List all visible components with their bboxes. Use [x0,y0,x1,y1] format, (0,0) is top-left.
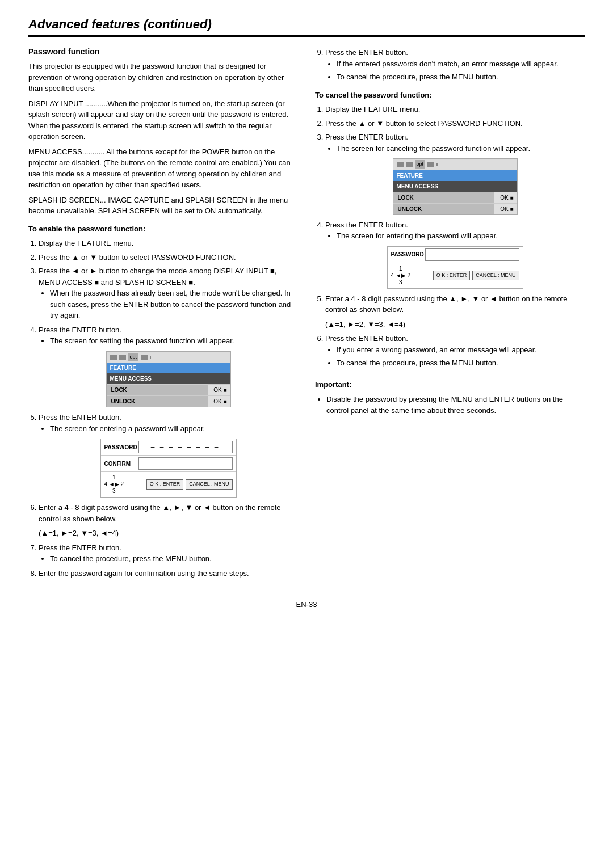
screen2-password-label: PASSWORD [104,443,138,452]
list-item: The screen for entering a password will … [50,423,298,435]
screen3-feature-label: FEATURE [393,170,517,181]
important-section: Important: [315,379,585,390]
list-item: Press the ENTER button. If the entered p… [325,47,585,83]
list-item: Press the ENTER button. The screen for e… [39,412,298,498]
list-item: Press the ▲ or ▼ button to select PASSWO… [325,118,585,129]
screen-icon [119,355,126,360]
screen4-password-row: PASSWORD – – – – – – – – [388,247,523,263]
list-item: Press the ENTER button. The screen for e… [325,220,585,289]
formula2: (▲=1, ►=2, ▼=3, ◄=4) [325,319,585,330]
intro-p4: SPLASH ID SCREEN... IMAGE CAPTURE and SP… [28,195,298,217]
screen-icon-i: i [150,353,151,361]
screen3-box: opt i FEATURE MENU ACCESS LOCK OK ■ UNLO… [393,158,518,215]
screen2-buttons: O K : ENTER CANCEL : MENU [146,479,233,490]
screen1-header: opt i [107,352,230,363]
screen-icon-i: i [436,161,438,168]
list-item: Enter a 4 - 8 digit password using the ▲… [325,293,585,330]
cancel-steps-list: Display the FEATURE menu. Press the ▲ or… [325,104,585,369]
screen4-buttons: O K : ENTER CANCEL : MENU [433,271,519,281]
page-number: EN-33 [28,600,585,609]
important-list: Disable the password by pressing the MEN… [326,394,585,416]
screen4-ok-btn: O K : ENTER [433,271,471,281]
list-item: The screen for entering the password wil… [337,230,585,242]
screen3-row-lock: LOCK OK ■ [393,192,517,203]
screen4-nav: 1 4 ◄▶ 2 3 [391,266,411,286]
screen1-menu-access: MENU ACCESS [107,373,230,384]
list-item: If the entered passwords don't match, an… [337,58,585,70]
list-item: To cancel the procedure, press the MENU … [337,357,585,369]
left-column: Password function This projector is equi… [28,47,298,583]
screen1-lock-value: OK ■ [208,385,230,395]
list-item: Press the ENTER button. To cancel the pr… [39,542,298,564]
page-title: Advanced features (continued) [28,17,585,37]
screen1-row-unlock: UNLOCK OK ■ [107,395,230,407]
screen-icon [427,162,434,167]
list-item: Press the ENTER button. The screen for c… [325,132,585,215]
enable-steps-list: Display the FEATURE menu. Press the ▲ or… [39,238,298,579]
list-item: Enter the password again for confirmatio… [39,568,298,579]
formula1: (▲=1, ►=2, ▼=3, ◄=4) [39,528,298,539]
screen2-password-row: PASSWORD – – – – – – – – [101,439,236,456]
screen-icon [110,355,117,360]
screen-icon-opt: opt [128,353,139,362]
screen-icon [406,162,413,167]
screen2-password-dashes: – – – – – – – – [138,441,233,453]
screen3-row-unlock: UNLOCK OK ■ [393,203,517,214]
list-item: Display the FEATURE menu. [325,104,585,115]
screen-icon [141,355,148,360]
screen2-nav: 1 4 ◄▶ 2 3 [104,474,124,495]
screen1-unlock-value: OK ■ [208,396,230,407]
screen2-confirm-row: CONFIRM – – – – – – – – [101,456,236,472]
screen2-confirm-label: CONFIRM [104,460,138,468]
list-item: Disable the password by pressing the MEN… [326,394,585,416]
list-item: Display the FEATURE menu. [39,238,298,249]
list-item: To cancel the procedure, press the MENU … [50,553,298,564]
screen2-confirm-dashes: – – – – – – – – [138,457,233,470]
list-item: When the password has already been set, … [50,288,298,321]
intro-p2: DISPLAY INPUT ...........When the projec… [28,98,298,142]
screen3-header: opt i [393,159,517,170]
list-item: If you enter a wrong password, an error … [337,344,585,356]
screen4-password-label: PASSWORD [391,250,425,259]
screen2-cancel-btn: CANCEL : MENU [186,479,232,490]
screen2-ok-btn: O K : ENTER [146,479,184,490]
screen4-box: PASSWORD – – – – – – – – 1 4 ◄▶ 2 3 O K … [387,246,523,289]
steps-continued-list: Press the ENTER button. If the entered p… [325,47,585,83]
screen1-unlock-label: UNLOCK [107,396,208,407]
intro-p3: MENU ACCESS........... All the buttons e… [28,146,298,191]
screen4-cancel-btn: CANCEL : MENU [472,271,519,281]
screen2-box: PASSWORD – – – – – – – – CONFIRM – – – –… [100,439,237,498]
list-item: The screen for setting the password func… [50,335,298,347]
screen3-unlock-label: UNLOCK [393,204,494,214]
list-item: Press the ◄ or ► button to change the mo… [39,266,298,321]
list-item: Press the ENTER button. If you enter a w… [325,333,585,369]
screen1-row-lock: LOCK OK ■ [107,384,230,395]
cancel-title: To cancel the password function: [315,90,585,101]
list-item: Press the ENTER button. The screen for s… [39,325,298,408]
intro-p1: This projector is equipped with the pass… [28,61,298,94]
screen-icon-opt: opt [415,160,426,169]
screen3-menu-access: MENU ACCESS [393,181,517,192]
list-item: Press the ▲ or ▼ button to select PASSWO… [39,252,298,263]
screen2-footer: 1 4 ◄▶ 2 3 O K : ENTER CANCEL : MENU [101,472,236,497]
important-title: Important: [315,380,351,389]
screen4-footer: 1 4 ◄▶ 2 3 O K : ENTER CANCEL : MENU [388,263,523,288]
screen3-lock-label: LOCK [393,192,494,203]
screen1-lock-label: LOCK [107,385,208,395]
list-item: Enter a 4 - 8 digit password using the ▲… [39,502,298,539]
screen3-lock-value: OK ■ [494,192,517,203]
right-column: Press the ENTER button. If the entered p… [315,47,585,583]
list-item: The screen for canceling the password fu… [337,143,585,154]
screen4-password-dashes: – – – – – – – – [425,248,519,261]
screen1-box: opt i FEATURE MENU ACCESS LOCK OK ■ UNLO… [106,351,231,408]
list-item: To cancel the procedure, press the MENU … [337,71,585,83]
screen3-unlock-value: OK ■ [494,204,517,214]
section-title: Password function [28,47,298,56]
screen-icon [397,162,404,167]
screen1-feature-label: FEATURE [107,363,230,373]
enable-title: To enable the password function: [28,224,298,235]
